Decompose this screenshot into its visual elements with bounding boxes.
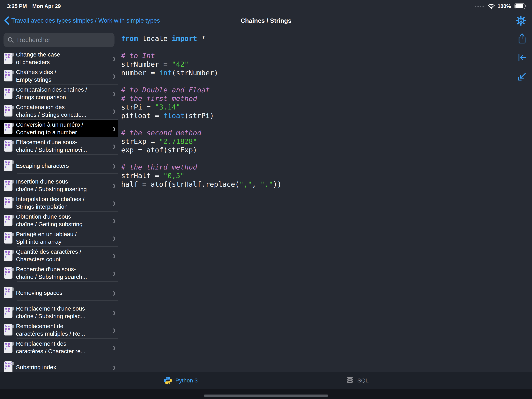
sidebar-item[interactable]: func{code)Removing spaces› (0, 284, 118, 301)
code-snippet-icon: func{code) (4, 140, 13, 152)
status-time: 3:25 PM (7, 3, 27, 9)
code-snippet-icon: func{code) (4, 267, 13, 279)
battery-icon (514, 3, 525, 9)
chevron-right-icon: › (113, 362, 116, 372)
code-line: # to Double and Float (121, 86, 509, 94)
code-line (121, 77, 509, 86)
sidebar-item[interactable]: func{code)Partagé en un tableau / Split … (0, 229, 118, 247)
bottom-strip (0, 389, 532, 399)
code-line: strPi = "3.14" (121, 103, 509, 111)
back-label: Travail avec des types simples / Work wi… (11, 17, 160, 24)
code-line: number = int(strNumber) (121, 69, 509, 77)
chevron-right-icon: › (113, 141, 116, 151)
status-bar: 3:25 PM Mon Apr 29 100% (0, 0, 532, 11)
sidebar-item-label: Quantité des caractères / Characters cou… (16, 248, 111, 263)
chevron-right-icon: › (113, 215, 116, 225)
wifi-icon (488, 4, 495, 9)
sidebar-item-label: Comparaison des chaînes / Strings compar… (16, 86, 111, 101)
sidebar-item[interactable]: func{code)Remplacement de caractères mul… (0, 321, 118, 339)
sidebar-item[interactable]: func{code)Remplacement des caractères / … (0, 339, 118, 356)
sidebar-item[interactable]: func{code)Comparaison des chaînes / Stri… (0, 84, 118, 102)
app-screen: 3:25 PM Mon Apr 29 100% (0, 0, 532, 399)
sidebar-item-label: Recherche d'une sous- chaîne / Substring… (16, 265, 111, 281)
sidebar-item[interactable]: func{code)Conversion à un numéro / Conve… (0, 120, 118, 137)
tab-sql-label: SQL (357, 377, 369, 384)
sidebar-item[interactable]: func{code)Remplacement d'une sous- chaîn… (0, 303, 118, 321)
sidebar-item[interactable]: func{code)Insertion d'une sous- chaîne /… (0, 176, 118, 194)
chevron-right-icon: › (113, 88, 116, 99)
chevron-right-icon: › (113, 160, 116, 171)
nav-bar: Travail avec des types simples / Work wi… (0, 11, 532, 30)
tab-python3[interactable]: Python 3 (163, 376, 198, 385)
code-snippet-icon: func{code) (4, 361, 13, 372)
code-line (121, 154, 509, 163)
code-toolbar (517, 33, 527, 82)
chevron-right-icon: › (113, 232, 116, 243)
code-snippet-icon: func{code) (4, 232, 13, 244)
code-snippet-icon: func{code) (4, 215, 13, 226)
tab-python3-label: Python 3 (176, 377, 198, 384)
code-line: half = atof(strHalf.replace(",", ".")) (121, 180, 509, 189)
code-line (121, 43, 509, 51)
code-snippet-icon: func{code) (4, 53, 13, 64)
tab-sql[interactable]: SQL (346, 376, 369, 385)
chevron-right-icon: › (113, 287, 116, 298)
chevron-right-icon: › (113, 123, 116, 134)
code-snippet-icon: func{code) (4, 324, 13, 335)
code-snippet-icon: func{code) (4, 160, 13, 171)
sidebar-item-label: Removing spaces (16, 289, 111, 296)
sidebar-item[interactable]: func{code)Change the case of characters› (0, 50, 118, 67)
chevron-right-icon: › (113, 307, 116, 318)
sidebar-item-label: Escaping characters (16, 162, 111, 169)
home-indicator[interactable] (204, 394, 328, 397)
chevron-right-icon: › (113, 268, 116, 278)
sidebar-item[interactable]: func{code)Concaténation des chaînes / St… (0, 102, 118, 120)
code-snippet-icon: func{code) (4, 180, 13, 191)
minimize-button[interactable] (517, 71, 527, 82)
database-icon (346, 376, 354, 385)
settings-button[interactable] (516, 15, 526, 26)
search-field[interactable] (4, 33, 114, 47)
chevron-right-icon: › (113, 342, 116, 353)
sidebar-item[interactable]: func{code)Recherche d'une sous- chaîne /… (0, 264, 118, 282)
back-button[interactable]: Travail avec des types simples / Work wi… (4, 16, 160, 25)
sidebar-item[interactable]: func{code)Chaînes vides / Empty strings› (0, 67, 118, 84)
sidebar-item-label: Partagé en un tableau / Split into an ar… (16, 230, 111, 245)
sidebar-item-label: Effacement d'une sous- chaîne / Substrin… (16, 138, 111, 154)
sidebar-item[interactable]: func{code)Quantité des caractères / Char… (0, 247, 118, 264)
code-line: pifloat = float(strPi) (121, 111, 509, 120)
sidebar-item-label: Chaînes vides / Empty strings (16, 68, 111, 83)
code-line: exp = atof(strExp) (121, 146, 509, 154)
jump-to-start-button[interactable] (517, 52, 527, 63)
minimize-arrow-icon (517, 72, 527, 81)
code-editor[interactable]: from locale import * # to IntstrNumber =… (118, 30, 532, 372)
chevron-right-icon: › (113, 70, 116, 81)
chevron-right-icon: › (113, 53, 116, 64)
code-snippet-icon: func{code) (4, 342, 13, 353)
language-tab-bar: Python 3 SQL (0, 372, 532, 389)
chevron-left-icon (4, 16, 9, 25)
code-line: # the third method (121, 163, 509, 171)
code-snippet-icon: func{code) (4, 287, 13, 298)
sidebar-item-label: Remplacement des caractères / Character … (16, 340, 111, 355)
sidebar-item-label: Insertion d'une sous- chaîne / Substring… (16, 178, 111, 193)
sidebar: func{code)Change the case of characters›… (0, 30, 118, 372)
sidebar-item-label: Concaténation des chaînes / Strings conc… (16, 103, 111, 118)
sidebar-item[interactable]: func{code)Effacement d'une sous- chaîne … (0, 137, 118, 155)
code-line: strExp = "2.71828" (121, 137, 509, 146)
share-button[interactable] (517, 33, 527, 44)
search-input[interactable] (17, 36, 111, 44)
code-line: # the first method (121, 94, 509, 103)
sidebar-item[interactable]: func{code)Interpolation des chaînes / St… (0, 194, 118, 212)
code-snippet-icon: func{code) (4, 70, 13, 81)
code-line (121, 120, 509, 129)
search-icon (7, 37, 14, 43)
code-snippet-icon: func{code) (4, 105, 13, 116)
code-snippet-icon: func{code) (4, 123, 13, 134)
sidebar-item[interactable]: func{code)Substring index› (0, 359, 118, 372)
python-logo-icon (163, 376, 172, 385)
sidebar-item[interactable]: func{code)Obtention d'une sous- chaîne /… (0, 212, 118, 229)
code-snippet-icon: func{code) (4, 88, 13, 99)
content-area: func{code)Change the case of characters›… (0, 30, 532, 372)
sidebar-item[interactable]: func{code)Escaping characters› (0, 157, 118, 174)
